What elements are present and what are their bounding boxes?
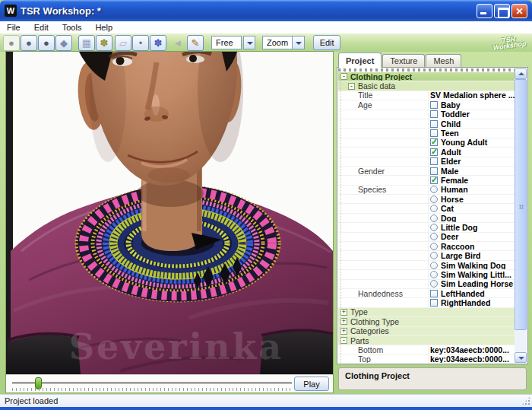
view-textured-button[interactable]: ● bbox=[38, 35, 55, 51]
collapse-icon[interactable]: - bbox=[348, 83, 355, 90]
checkbox[interactable] bbox=[430, 176, 438, 184]
scrollbar[interactable] bbox=[515, 68, 527, 363]
maximize-button[interactable] bbox=[494, 4, 510, 18]
section-row[interactable]: +Clothing Type bbox=[338, 317, 515, 326]
free-mode-combo: Free bbox=[211, 36, 255, 49]
zoom-mode-field[interactable]: Zoom bbox=[262, 36, 293, 49]
view-shaded-button[interactable]: ● bbox=[21, 35, 37, 51]
radio-button[interactable] bbox=[430, 215, 438, 222]
menu-item-tools[interactable]: Tools bbox=[55, 22, 89, 33]
edit-button[interactable]: Edit bbox=[313, 35, 340, 50]
property-value: Toddler bbox=[428, 110, 515, 119]
property-row: Teen bbox=[338, 129, 515, 138]
sim-character-render: Severinka bbox=[6, 52, 333, 374]
radio-button[interactable] bbox=[430, 195, 438, 203]
checkbox[interactable] bbox=[430, 110, 438, 118]
free-mode-field[interactable]: Free bbox=[211, 36, 242, 49]
property-row: Deer bbox=[338, 233, 515, 242]
property-row: Child bbox=[338, 119, 515, 129]
timeline-track[interactable] bbox=[12, 382, 292, 384]
sphere-shaded-icon: ● bbox=[26, 38, 32, 48]
property-value: Large Bird bbox=[428, 251, 515, 259]
blue-mesh-button[interactable]: ✽ bbox=[150, 35, 166, 51]
section-row[interactable]: +Type bbox=[338, 308, 515, 317]
menu-item-edit[interactable]: Edit bbox=[27, 22, 55, 33]
tab-mesh[interactable]: Mesh bbox=[426, 54, 461, 68]
property-label: Age bbox=[338, 100, 428, 110]
radio-button[interactable] bbox=[430, 271, 438, 278]
scrollbar-thumb[interactable] bbox=[515, 79, 527, 330]
property-row: SpeciesHuman bbox=[338, 186, 515, 195]
property-value: Human bbox=[428, 186, 515, 194]
option-label: Horse bbox=[441, 195, 464, 203]
checkbox[interactable] bbox=[430, 120, 438, 128]
tab-project[interactable]: Project bbox=[338, 52, 382, 68]
property-value[interactable]: key:034aeecb:0000... bbox=[428, 355, 515, 363]
zoom-dropdown-arrow-icon[interactable] bbox=[293, 36, 305, 49]
radio-button[interactable] bbox=[430, 205, 438, 212]
menu-item-file[interactable]: File bbox=[0, 22, 27, 33]
small-sphere-button[interactable]: • bbox=[132, 35, 149, 51]
free-dropdown-arrow-icon[interactable] bbox=[243, 36, 255, 49]
tab-texture[interactable]: Texture bbox=[382, 54, 425, 68]
pencil-icon: ✎ bbox=[192, 38, 200, 48]
view-bounding-button[interactable]: ◆ bbox=[55, 35, 72, 51]
checkbox[interactable] bbox=[430, 148, 438, 156]
radio-button[interactable] bbox=[430, 262, 438, 269]
app-icon: W bbox=[5, 5, 17, 17]
option-label: Female bbox=[441, 176, 468, 184]
screen-button[interactable]: ▱ bbox=[115, 35, 131, 51]
radio-button[interactable] bbox=[430, 280, 438, 288]
resize-grip[interactable] bbox=[521, 396, 530, 405]
property-row: RightHanded bbox=[338, 298, 515, 307]
scrollbar-down-button[interactable] bbox=[515, 352, 527, 363]
expand-icon[interactable]: + bbox=[340, 309, 347, 316]
property-value: Sim Walking Littl... bbox=[428, 270, 515, 278]
paint-button[interactable]: ✎ bbox=[187, 35, 204, 51]
tsr-workshop-logo: TSR Workshop bbox=[492, 34, 527, 51]
timeline-ticks bbox=[12, 388, 292, 391]
checkbox[interactable] bbox=[430, 157, 438, 165]
view-solid-button[interactable]: ● bbox=[3, 35, 20, 51]
checkbox[interactable] bbox=[430, 138, 438, 146]
collapse-icon[interactable]: - bbox=[340, 73, 347, 80]
diamond-icon: ◆ bbox=[60, 38, 68, 48]
scrollbar-up-button[interactable] bbox=[515, 68, 527, 79]
checkbox[interactable] bbox=[430, 299, 438, 307]
radio-button[interactable] bbox=[430, 243, 438, 250]
app-window: W TSR Workshop: * File Edit Tools Help ●… bbox=[0, 0, 532, 410]
viewport-3d[interactable]: Severinka bbox=[6, 52, 333, 374]
section-row[interactable]: +Categories bbox=[338, 327, 515, 336]
title-bar[interactable]: W TSR Workshop: * bbox=[0, 0, 532, 21]
property-value: Young Adult bbox=[428, 138, 515, 147]
property-value[interactable]: SV Medalion sphere ... bbox=[428, 91, 515, 100]
close-button[interactable] bbox=[511, 4, 527, 18]
zoom-mode-combo: Zoom bbox=[262, 36, 305, 49]
section-label: Basic data bbox=[358, 81, 395, 91]
expand-icon[interactable]: + bbox=[340, 318, 347, 325]
minimize-button[interactable] bbox=[477, 4, 492, 18]
radio-button[interactable] bbox=[430, 224, 438, 231]
checkbox[interactable] bbox=[430, 129, 438, 137]
show-grid-button[interactable]: ▦ bbox=[78, 35, 95, 51]
radio-button[interactable] bbox=[430, 186, 438, 193]
checkbox[interactable] bbox=[430, 101, 438, 109]
radio-button[interactable] bbox=[430, 233, 438, 240]
property-value: Dog bbox=[428, 214, 515, 222]
expand-icon[interactable]: + bbox=[340, 328, 347, 335]
section-row[interactable]: -Clothing Project bbox=[338, 72, 515, 81]
checkbox[interactable] bbox=[430, 167, 438, 175]
section-row[interactable]: -Parts bbox=[338, 336, 515, 345]
blue-star-icon: ✽ bbox=[154, 38, 163, 48]
option-label: Child bbox=[441, 119, 461, 128]
show-mesh-button[interactable]: ✽ bbox=[96, 35, 112, 51]
checkbox[interactable] bbox=[430, 290, 438, 297]
property-value[interactable]: key:034aeecb:0000... bbox=[428, 345, 515, 354]
collapse-icon[interactable]: - bbox=[340, 337, 347, 344]
play-button[interactable]: Play bbox=[294, 377, 329, 391]
option-label: Sim Leading Horse bbox=[441, 280, 513, 288]
menu-item-help[interactable]: Help bbox=[88, 22, 119, 33]
radio-button[interactable] bbox=[430, 252, 438, 259]
properties-panel: Project Texture Mesh -Clothing Project-B… bbox=[337, 52, 528, 392]
section-row[interactable]: -Basic data bbox=[338, 81, 515, 91]
